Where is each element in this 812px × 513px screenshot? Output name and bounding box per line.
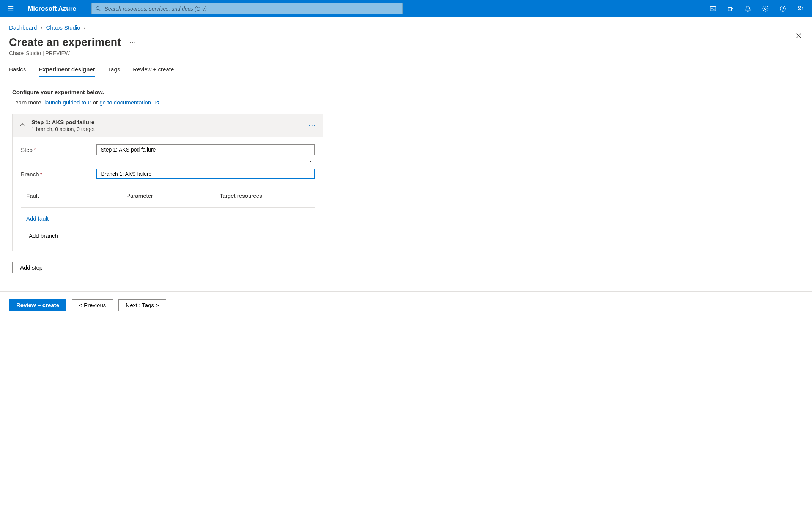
col-target-header: Target resources <box>220 193 309 199</box>
feedback-icon[interactable] <box>792 0 809 17</box>
fault-table-head: Fault Parameter Target resources <box>21 189 315 202</box>
tab-basics[interactable]: Basics <box>9 66 26 77</box>
svg-rect-1 <box>710 7 716 11</box>
wizard-footer: Review + create < Previous Next : Tags > <box>0 291 812 319</box>
close-button[interactable] <box>795 32 802 40</box>
col-parameter-header: Parameter <box>126 193 220 199</box>
step-title: Step 1: AKS pod failure <box>31 119 95 125</box>
tab-tags[interactable]: Tags <box>108 66 120 77</box>
external-link-icon <box>154 100 159 105</box>
step-label: Step* <box>21 147 96 153</box>
search-wrap <box>91 3 403 14</box>
go-to-documentation-link[interactable]: go to documentation <box>99 99 151 106</box>
launch-guided-tour-link[interactable]: launch guided tour <box>44 99 91 106</box>
review-create-button[interactable]: Review + create <box>9 299 66 311</box>
step-name-row: Step* <box>21 144 315 155</box>
step-body: Step* ··· Branch* Fault Parameter Target… <box>13 137 323 251</box>
notifications-icon[interactable] <box>739 0 757 17</box>
branch-name-row: ··· Branch* <box>21 169 315 179</box>
top-icons <box>704 0 809 17</box>
collapse-toggle[interactable] <box>19 122 25 129</box>
required-asterisk: * <box>34 147 36 153</box>
chevron-right-icon: › <box>84 25 85 30</box>
breadcrumb: Dashboard › Chaos Studio › <box>0 17 812 31</box>
svg-point-4 <box>799 6 801 8</box>
previous-button[interactable]: < Previous <box>72 299 113 311</box>
page-subtitle: Chaos Studio | PREVIEW <box>0 49 812 56</box>
svg-point-0 <box>96 7 99 10</box>
tab-bar: Basics Experiment designer Tags Review +… <box>0 56 812 77</box>
global-search[interactable] <box>91 3 403 14</box>
next-button[interactable]: Next : Tags > <box>118 299 166 311</box>
brand-label[interactable]: Microsoft Azure <box>28 5 76 13</box>
breadcrumb-chaos-studio[interactable]: Chaos Studio <box>46 24 80 31</box>
close-icon <box>795 32 802 39</box>
step-head-text: Step 1: AKS pod failure 1 branch, 0 acti… <box>31 119 95 132</box>
branch-more-icon[interactable]: ··· <box>307 157 315 165</box>
learn-or: or <box>91 99 99 106</box>
title-row: Create an experiment ··· <box>0 31 812 49</box>
learn-prefix: Learn more; <box>12 99 44 106</box>
col-fault-header: Fault <box>26 193 126 199</box>
designer-content: Configure your experiment below. Learn m… <box>0 77 812 277</box>
step-card: Step 1: AKS pod failure 1 branch, 0 acti… <box>12 114 323 251</box>
directories-icon[interactable] <box>722 0 739 17</box>
tab-review-create[interactable]: Review + create <box>133 66 174 77</box>
settings-icon[interactable] <box>757 0 774 17</box>
breadcrumb-dashboard[interactable]: Dashboard <box>9 24 37 31</box>
chevron-up-icon <box>19 122 25 128</box>
search-icon <box>96 6 101 11</box>
tab-experiment-designer[interactable]: Experiment designer <box>39 66 95 77</box>
intro-heading: Configure your experiment below. <box>12 89 800 95</box>
title-more-icon[interactable]: ··· <box>129 38 136 46</box>
required-asterisk: * <box>40 171 42 177</box>
add-step-button[interactable]: Add step <box>12 262 50 273</box>
add-fault-link[interactable]: Add fault <box>26 215 49 222</box>
fault-table: Fault Parameter Target resources <box>21 189 315 208</box>
add-branch-button[interactable]: Add branch <box>21 230 66 241</box>
page-title: Create an experiment <box>9 36 121 49</box>
azure-top-bar: Microsoft Azure <box>0 0 812 17</box>
menu-icon <box>7 5 14 12</box>
branch-label: Branch* <box>21 171 96 177</box>
branch-name-input[interactable] <box>96 169 315 179</box>
step-name-input[interactable] <box>96 144 315 155</box>
step-more-icon[interactable]: ··· <box>308 122 316 129</box>
chevron-right-icon: › <box>41 25 42 30</box>
search-input[interactable] <box>104 6 398 12</box>
hamburger-menu[interactable] <box>3 0 18 17</box>
step-header: Step 1: AKS pod failure 1 branch, 0 acti… <box>13 114 323 137</box>
svg-point-2 <box>764 8 766 9</box>
learn-more-line: Learn more; launch guided tour or go to … <box>12 99 800 106</box>
cloud-shell-icon[interactable] <box>704 0 722 17</box>
help-icon[interactable] <box>774 0 792 17</box>
step-subtitle: 1 branch, 0 action, 0 target <box>31 126 95 132</box>
